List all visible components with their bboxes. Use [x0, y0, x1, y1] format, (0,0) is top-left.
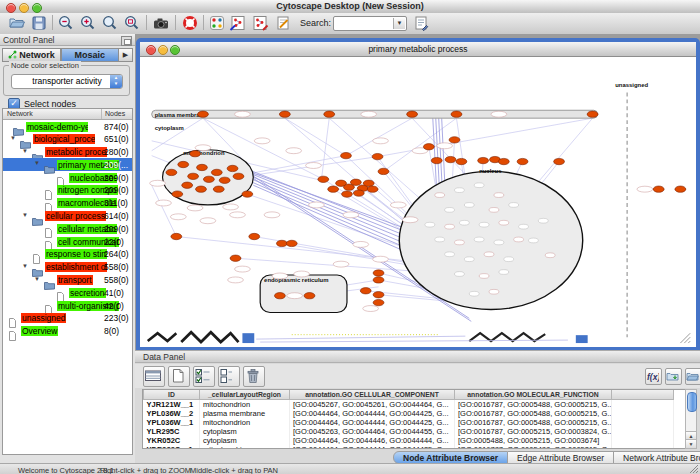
export-network-button[interactable] [251, 14, 271, 32]
gene-node[interactable] [219, 177, 230, 183]
node-color-dropdown[interactable]: transporter activity ▲▼ [11, 74, 123, 89]
tree-row[interactable]: nitrogen compo209(0) [3, 184, 132, 197]
label-node[interactable] [491, 111, 507, 117]
gene-node[interactable] [227, 165, 238, 171]
tree-row[interactable]: ▼transport558(0) [3, 274, 132, 287]
gene-node[interactable] [478, 157, 489, 163]
gene-node[interactable] [188, 173, 199, 179]
gene-node[interactable] [230, 255, 241, 261]
table-row[interactable]: YPL036W__2plasma membrane[GO:0044464, GO… [144, 409, 674, 418]
attribute-table-header[interactable]: ID_cellularLayoutRegionannotation.GO CEL… [144, 390, 674, 400]
gene-node[interactable] [196, 186, 207, 192]
tree-row[interactable]: mosaic-demo-yeast874(0) [3, 120, 132, 133]
zoom-selected-button[interactable] [101, 14, 121, 32]
gene-node[interactable] [373, 292, 384, 298]
gene-node[interactable] [328, 186, 339, 192]
table-column-header[interactable]: annotation.GO MOLECULAR_FUNCTION [455, 390, 612, 400]
table-column-header[interactable] [612, 390, 674, 400]
gene-node[interactable] [353, 190, 364, 196]
gene-node[interactable] [198, 111, 209, 117]
nucleus-node[interactable] [538, 218, 548, 223]
table-row[interactable]: YLR295Ccytoplasm[GO:0045263, GO:0044464,… [144, 427, 674, 436]
gene-node[interactable] [276, 240, 287, 246]
tree-row[interactable]: cell communicat22(0) [3, 235, 132, 248]
nucleus-node[interactable] [474, 183, 484, 188]
gene-node[interactable] [304, 293, 315, 299]
gene-node[interactable] [242, 191, 253, 197]
label-node[interactable] [228, 277, 244, 283]
search-dropdown-arrow-icon[interactable]: ▼ [393, 18, 405, 29]
label-node[interactable] [637, 186, 653, 192]
gene-node[interactable] [172, 191, 183, 197]
gene-node[interactable] [213, 186, 224, 192]
tree-row[interactable]: ▼biological_process651(0) [3, 133, 132, 146]
zoom-out-button[interactable] [57, 14, 77, 32]
gene-node[interactable] [554, 158, 565, 164]
tab-overflow-arrow[interactable]: ▶ [119, 48, 133, 62]
tree-row[interactable]: ▼primary metabol209(... [3, 158, 132, 171]
tree-header[interactable]: Network Nodes [3, 109, 132, 120]
label-node[interactable] [170, 214, 186, 220]
gene-node[interactable] [367, 186, 378, 192]
gene-node[interactable] [286, 240, 297, 246]
label-node[interactable] [272, 273, 288, 279]
gene-node[interactable] [279, 111, 290, 117]
label-node[interactable] [195, 145, 211, 151]
gene-node[interactable] [318, 176, 329, 182]
label-node[interactable] [306, 163, 322, 169]
nucleus-node[interactable] [484, 252, 494, 257]
nucleus-node[interactable] [489, 289, 499, 294]
network-graph[interactable]: plasma membrane cytoplasm mitochondrion … [140, 57, 696, 347]
nucleus-node[interactable] [435, 237, 445, 242]
expand-arrow-icon[interactable]: ▼ [22, 148, 28, 154]
nucleus-node[interactable] [454, 272, 464, 277]
label-node[interactable] [223, 204, 239, 210]
nucleus-node[interactable] [499, 220, 509, 225]
attribute-table[interactable]: ID_cellularLayoutRegionannotation.GO CEL… [142, 389, 688, 449]
gene-node[interactable] [675, 186, 686, 192]
gene-node[interactable] [178, 161, 189, 167]
search-input[interactable]: ▼ [333, 16, 407, 31]
tree-row[interactable]: secretion41(0) [3, 286, 132, 299]
formula-builder-button[interactable]: f(x) [645, 368, 662, 385]
delete-attribute-button[interactable] [243, 366, 265, 387]
gene-node[interactable] [341, 152, 352, 158]
tree-column-divider[interactable] [101, 109, 102, 119]
gene-node[interactable] [653, 186, 664, 192]
gene-node[interactable] [342, 191, 353, 197]
label-node[interactable] [156, 200, 172, 206]
save-session-button[interactable] [30, 14, 50, 32]
label-node[interactable] [390, 202, 406, 208]
tree-row[interactable]: nucleobase-209(0) [3, 171, 132, 184]
window-resize-grip[interactable] [689, 464, 699, 474]
gene-node[interactable] [456, 158, 467, 164]
gene-node[interactable] [378, 168, 389, 174]
gene-node[interactable] [197, 164, 208, 170]
attribute-report-button[interactable] [412, 14, 432, 32]
label-node[interactable] [363, 306, 379, 312]
help-button[interactable] [181, 14, 201, 32]
vizmapper-button[interactable] [208, 14, 228, 32]
nucleus-node[interactable] [464, 257, 474, 262]
label-node[interactable] [230, 212, 246, 218]
unselect-attributes-button[interactable] [218, 366, 240, 387]
gene-node[interactable] [407, 111, 418, 117]
label-node[interactable] [333, 261, 349, 267]
tree-row[interactable]: unassigned223(0) [3, 312, 132, 325]
scroll-down-button[interactable]: ▼ [686, 439, 696, 448]
gene-node[interactable] [373, 277, 384, 283]
nucleus-node[interactable] [504, 257, 514, 262]
nucleus-node[interactable] [469, 291, 479, 296]
gene-node[interactable] [249, 233, 260, 239]
open-session-button[interactable] [8, 14, 28, 32]
label-node[interactable] [235, 111, 251, 117]
gene-node[interactable] [190, 151, 201, 157]
attribute-table-button[interactable] [143, 366, 165, 387]
label-node[interactable] [254, 138, 270, 144]
gene-node[interactable] [350, 179, 361, 185]
tree-row[interactable]: ▼establishment of lo558(0) [3, 261, 132, 274]
import-network-button[interactable] [229, 14, 249, 32]
gene-node[interactable] [587, 111, 598, 117]
canvas-resize-grip[interactable] [680, 333, 690, 343]
gene-node[interactable] [373, 299, 384, 305]
